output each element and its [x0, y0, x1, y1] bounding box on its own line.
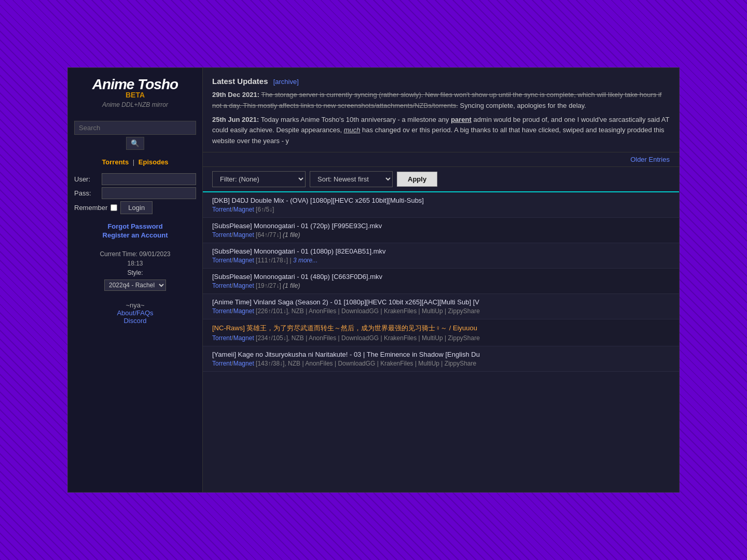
seed-leech: [6↑/5↓] [256, 206, 274, 213]
entry-title: [Anime Time] Vinland Saga (Season 2) - 0… [212, 298, 670, 306]
seed-leech: [143↑/38↓], NZB | AnonFiles | DownloadGG… [256, 360, 476, 367]
entry-meta: Torrent/Magnet [6↑/5↓] [212, 206, 670, 213]
pass-row: Pass: [74, 187, 196, 199]
torrent-link[interactable]: Torrent [212, 360, 231, 367]
torrent-link[interactable]: Torrent [212, 257, 231, 264]
entry-title: [SubsPlease] Mononogatari - 01 (1080p) [… [212, 247, 670, 255]
archive-link[interactable]: [archive] [273, 78, 299, 86]
about-link[interactable]: About/FAQs [117, 309, 153, 317]
magnet-link[interactable]: Magnet [233, 231, 254, 239]
news-date-2: 25th Jun 2021: [212, 116, 259, 123]
torrent-link[interactable]: Torrent [212, 206, 231, 213]
username-input[interactable] [102, 173, 196, 185]
sidebar-info: Current Time: 09/01/2023 18:13 Style: 20… [74, 249, 196, 291]
apply-button[interactable]: Apply [397, 172, 437, 187]
user-row: User: [74, 173, 196, 185]
entry-title: [SubsPlease] Mononogatari - 01 (720p) [F… [212, 222, 670, 230]
filter-select[interactable]: Filter: (None) [212, 171, 306, 187]
entry-meta: Torrent/Magnet [111↑/178↓] | 3 more... [212, 257, 670, 264]
discord-link[interactable]: Discord [123, 317, 146, 325]
user-label: User: [74, 175, 99, 183]
news-strikethrough-1: The storage server is currently syncing … [212, 91, 661, 109]
remember-checkbox[interactable] [110, 204, 117, 211]
torrent-link[interactable]: Torrent [212, 334, 231, 342]
older-entries-link[interactable]: Older Entries [203, 152, 679, 167]
nav-episodes[interactable]: Episodes [139, 158, 169, 166]
entry-item: [SubsPlease] Mononogatari - 01 (480p) [C… [203, 269, 679, 294]
seed-leech: [64↑/77↓] [256, 231, 283, 239]
nnya-text: ~nya~ [74, 301, 196, 309]
entry-item: [Yameii] Kage no Jitsuryokusha ni Narita… [203, 346, 679, 372]
logo-area: Anime Tosho BETA Anime DDL+NZB mirror [74, 76, 196, 108]
news-section: Latest Updates [archive] 29th Dec 2021: … [203, 68, 679, 152]
login-bottom: Remember Login [74, 201, 196, 214]
more-link[interactable]: 3 more... [293, 257, 317, 264]
search-area: 🔍 [74, 121, 196, 150]
news-entry-2: 25th Jun 2021: Today marks Anime Tosho's… [212, 115, 670, 147]
torrent-link[interactable]: Torrent [212, 231, 231, 239]
file-count: (1 file) [283, 282, 300, 289]
torrent-link[interactable]: Torrent [212, 307, 231, 315]
news-normal-1: Syncing complete, apologies for the dela… [460, 102, 586, 109]
register-link[interactable]: Register an Account [74, 231, 196, 239]
news-title-text: Latest Updates [212, 77, 268, 86]
entry-title: [DKB] D4DJ Double Mix - (OVA) [1080p][HE… [212, 197, 670, 204]
sort-select[interactable]: Sort: Newest first [310, 171, 393, 187]
entry-item: [Anime Time] Vinland Saga (Season 2) - 0… [203, 294, 679, 319]
login-form: User: Pass: Remember Login [74, 173, 196, 214]
pass-label: Pass: [74, 189, 99, 197]
magnet-link[interactable]: Magnet [233, 257, 254, 264]
seed-leech: [234↑/105↓], NZB | AnonFiles | DownloadG… [256, 334, 480, 342]
login-button[interactable]: Login [120, 201, 153, 214]
nav-separator: | [133, 158, 134, 166]
magnet-link[interactable]: Magnet [233, 334, 254, 342]
entry-item: [SubsPlease] Mononogatari - 01 (720p) [F… [203, 218, 679, 243]
forgot-password-link[interactable]: Forgot Password [74, 222, 196, 230]
main-container: Anime Tosho BETA Anime DDL+NZB mirror 🔍 … [67, 67, 680, 493]
torrent-link[interactable]: Torrent [212, 282, 231, 289]
entry-title: [SubsPlease] Mononogatari - 01 (480p) [C… [212, 273, 670, 281]
seed-leech: [111↑/178↓] | [256, 257, 293, 264]
entry-meta: Torrent/Magnet [226↑/101↓], NZB | AnonFi… [212, 307, 670, 315]
news-title: Latest Updates [archive] [212, 75, 670, 88]
logo-subtitle: Anime DDL+NZB mirror [74, 101, 196, 108]
nav-torrents[interactable]: Torrents [102, 158, 129, 166]
nav-links: Torrents | Episodes [74, 158, 196, 166]
entries-list: [DKB] D4DJ Double Mix - (OVA) [1080p][HE… [203, 192, 679, 492]
news-date-1: 29th Dec 2021: [212, 91, 259, 99]
entry-meta: Torrent/Magnet [64↑/77↓] (1 file) [212, 231, 670, 239]
entry-title: [Yameii] Kage no Jitsuryokusha ni Narita… [212, 351, 670, 358]
auth-links: Forgot Password Register an Account [74, 222, 196, 239]
entry-title: [NC-Raws] 英雄王，为了穷尽武道而转生～然后，成为世界最强的见习骑士♀～… [212, 324, 670, 333]
filter-bar: Filter: (None) Sort: Newest first Apply [203, 167, 679, 192]
sidebar: Anime Tosho BETA Anime DDL+NZB mirror 🔍 … [68, 68, 203, 492]
search-button[interactable]: 🔍 [126, 137, 144, 150]
seed-leech: [226↑/101↓], NZB | AnonFiles | DownloadG… [256, 307, 480, 315]
current-time: 18:13 [74, 259, 196, 268]
entry-item: [DKB] D4DJ Double Mix - (OVA) [1080p][HE… [203, 192, 679, 218]
search-input[interactable] [74, 121, 196, 135]
entry-meta: Torrent/Magnet [19↑/27↓] (1 file) [212, 282, 670, 289]
style-row: 2022q4 - Rachel [74, 279, 196, 291]
seed-leech: [19↑/27↓] [256, 282, 283, 289]
sidebar-extra: ~nya~ About/FAQs Discord [74, 301, 196, 325]
magnet-link[interactable]: Magnet [233, 307, 254, 315]
news-entry-1: 29th Dec 2021: The storage server is cur… [212, 90, 670, 111]
magnet-link[interactable]: Magnet [233, 282, 254, 289]
style-label: Style: [127, 269, 143, 276]
content-area: Latest Updates [archive] 29th Dec 2021: … [203, 68, 679, 492]
entry-meta: Torrent/Magnet [143↑/38↓], NZB | AnonFil… [212, 360, 670, 367]
current-time-label: Current Time: 09/01/2023 [74, 249, 196, 259]
style-select[interactable]: 2022q4 - Rachel [104, 279, 166, 291]
password-input[interactable] [102, 187, 196, 199]
remember-label: Remember [74, 204, 107, 212]
entry-meta: Torrent/Magnet [234↑/105↓], NZB | AnonFi… [212, 334, 670, 342]
magnet-link[interactable]: Magnet [233, 206, 254, 213]
entry-item: [SubsPlease] Mononogatari - 01 (1080p) [… [203, 243, 679, 269]
magnet-link[interactable]: Magnet [233, 360, 254, 367]
file-count: (1 file) [283, 231, 300, 239]
entry-item: [NC-Raws] 英雄王，为了穷尽武道而转生～然后，成为世界最强的见习骑士♀～… [203, 319, 679, 346]
